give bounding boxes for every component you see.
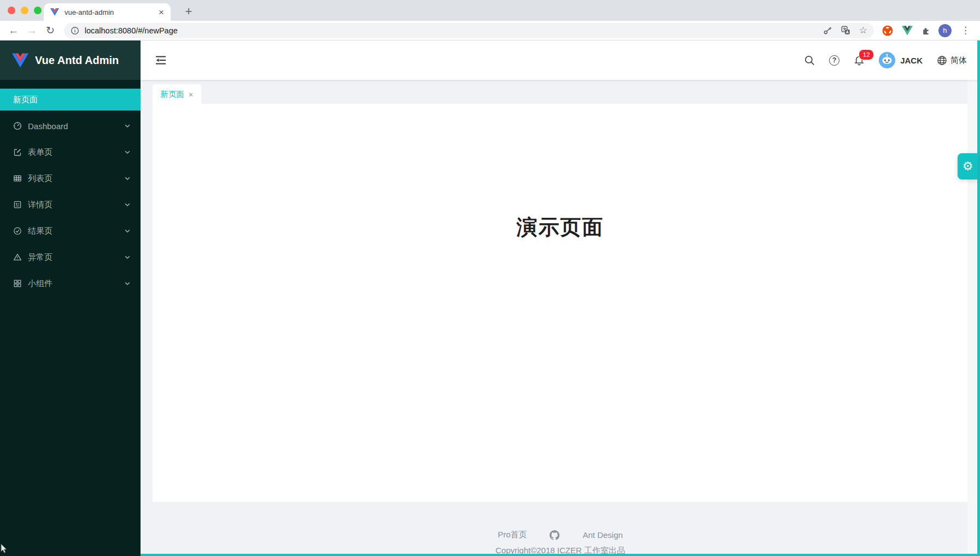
help-icon[interactable]: ? [829,55,839,66]
chevron-down-icon [124,228,131,234]
password-key-icon[interactable] [823,26,832,35]
window-zoom-button[interactable] [34,7,42,14]
globe-icon [937,55,947,66]
search-icon[interactable] [804,55,815,66]
notification-badge: 12 [859,49,874,60]
page-edge-right [977,40,980,556]
page-tab-label: 新页面 [160,89,184,100]
chevron-down-icon [124,123,131,129]
gear-icon: ⚙ [962,159,973,173]
back-button[interactable]: ← [4,22,23,39]
content-card: 演示页面 [153,104,968,502]
page-tab-newpage[interactable]: 新页面 × [153,84,201,104]
form-icon [13,148,22,157]
chevron-down-icon [124,280,131,287]
favicon-vue-icon [50,8,59,16]
reload-button[interactable]: ↻ [41,22,60,39]
app-header: ? 12 [141,40,980,80]
extensions-area: h ⋮ [882,24,975,37]
settings-drawer-handle[interactable]: ⚙ [958,153,978,179]
sidebar-item-label: 结果页 [28,226,124,236]
window-close-button[interactable] [8,7,15,14]
tab-close-icon[interactable]: × [159,8,164,17]
footer-link-antdesign[interactable]: Ant Design [582,530,622,540]
browser-tab[interactable]: vue-antd-admin × [44,3,171,21]
url-text: localhost:8080/#/newPage [85,26,178,35]
page-tab-close-icon[interactable]: × [189,90,194,99]
chevron-down-icon [124,254,131,260]
user-menu[interactable]: JACK [879,52,923,68]
sidebar-item-results[interactable]: 结果页 [0,220,141,242]
profile-icon [13,200,22,209]
user-avatar [879,52,895,68]
window-minimize-button[interactable] [21,7,28,14]
extension-orange-icon[interactable] [882,25,894,37]
chevron-down-icon [124,149,131,155]
browser-toolbar: ← → ↻ localhost:8080/#/newPage [0,21,980,40]
content-area: 新页面 × 演示页面 Pro首页 Ant Design Copyright©20… [141,80,980,556]
dashboard-icon [13,121,22,130]
chevron-down-icon [124,175,131,182]
sidebar-item-label: Dashboard [28,121,124,131]
sidebar-item-label: 异常页 [28,252,124,263]
block-icon [13,279,22,288]
language-label: 简体 [950,55,967,66]
sidebar-item-details[interactable]: 详情页 [0,194,141,216]
sidebar-item-label: 表单页 [28,147,124,158]
page-edge-bottom [141,554,980,556]
browser-tabbar: vue-antd-admin × + [0,0,980,21]
sidebar-item-dashboard[interactable]: Dashboard [0,115,141,137]
translate-icon[interactable] [841,26,850,35]
sidebar-item-label: 小组件 [28,279,124,289]
notification-bell-icon[interactable]: 12 [854,55,865,66]
sidebar-item-widgets[interactable]: 小组件 [0,273,141,294]
address-bar[interactable]: localhost:8080/#/newPage [64,23,874,38]
sidebar-item-label: 列表页 [28,173,124,184]
sidebar-item-label: 详情页 [28,200,124,210]
sidebar-item-lists[interactable]: 列表页 [0,167,141,189]
warning-icon [13,253,22,262]
footer-link-pro[interactable]: Pro首页 [498,530,527,540]
browser-tab-title: vue-antd-admin [65,8,153,16]
page-title: 演示页面 [517,213,604,241]
check-circle-icon [13,227,22,235]
bookmark-star-icon[interactable]: ☆ [859,25,867,36]
sidebar: Vue Antd Admin 新页面 Dashboard [0,40,141,556]
menu-fold-icon[interactable] [155,54,167,66]
username: JACK [900,56,923,65]
app-title: Vue Antd Admin [35,54,119,67]
mouse-cursor [1,544,8,554]
github-icon[interactable] [550,530,559,540]
sidebar-item-newpage[interactable]: 新页面 [0,89,141,111]
screen: vue-antd-admin × + ← → ↻ localhost:8080/… [0,0,980,556]
scrollbar-track[interactable] [967,80,977,554]
forward-button[interactable]: → [23,22,42,39]
table-icon [13,174,22,183]
browser-profile-avatar[interactable]: h [938,24,952,37]
vue-devtools-icon[interactable] [902,26,913,36]
chevron-down-icon [124,201,131,208]
app-logo[interactable]: Vue Antd Admin [0,40,141,80]
extensions-puzzle-icon[interactable] [921,26,930,35]
sidebar-item-forms[interactable]: 表单页 [0,141,141,163]
sidebar-menu: 新页面 Dashboard [0,80,141,294]
browser-menu-icon[interactable]: ⋮ [960,25,975,36]
new-tab-button[interactable]: + [180,3,197,20]
page-info-icon[interactable] [71,26,79,35]
language-selector[interactable]: 简体 [937,55,967,66]
sidebar-item-exceptions[interactable]: 异常页 [0,246,141,268]
footer-links: Pro首页 Ant Design [141,530,980,540]
vue-logo-icon [12,53,28,68]
sidebar-item-label: 新页面 [13,95,131,105]
header-actions: ? 12 [804,52,980,68]
